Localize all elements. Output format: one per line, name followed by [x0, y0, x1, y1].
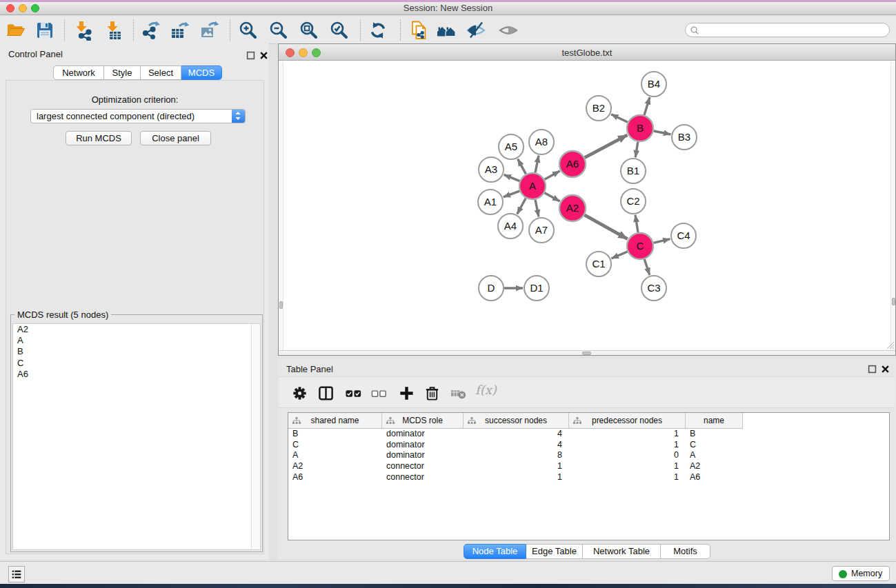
table-cell[interactable]: B	[686, 429, 743, 440]
right-scrollbar-thumb[interactable]	[892, 298, 895, 305]
bottom-scrollbar-track[interactable]	[279, 350, 895, 355]
table-options-gear-icon[interactable]	[289, 384, 310, 402]
node-C2[interactable]: C2	[621, 189, 646, 214]
column-header-name[interactable]: name	[686, 413, 743, 429]
result-item-a2[interactable]: A2	[13, 324, 260, 335]
edge-A-A6[interactable]	[545, 171, 560, 179]
export-table-icon[interactable]	[168, 19, 191, 42]
node-C1[interactable]: C1	[586, 252, 611, 276]
refresh-icon[interactable]	[366, 19, 390, 42]
close-table-panel-icon[interactable]	[881, 364, 890, 373]
edge-A-A3[interactable]	[504, 174, 520, 181]
table-cell[interactable]: B	[288, 429, 382, 440]
search-input[interactable]	[702, 24, 885, 36]
zoom-in-icon[interactable]	[237, 19, 260, 42]
table-cell[interactable]: A	[686, 450, 743, 461]
node-A7[interactable]: A7	[529, 218, 554, 243]
tab-mcds[interactable]: MCDS	[181, 65, 222, 80]
edge-B-B1[interactable]	[635, 142, 638, 158]
import-table-icon[interactable]	[102, 19, 126, 42]
hide-graphics-details-icon[interactable]	[464, 19, 488, 42]
node-A6[interactable]: A6	[559, 151, 586, 177]
edge-C-C3[interactable]	[644, 259, 650, 275]
float-panel-icon[interactable]	[246, 50, 255, 59]
memory-button[interactable]: Memory	[832, 566, 890, 581]
close-panel-icon[interactable]	[259, 50, 268, 59]
open-session-icon[interactable]	[4, 19, 28, 42]
node-B2[interactable]: B2	[586, 96, 611, 121]
node-B1[interactable]: B1	[621, 159, 646, 183]
node-A3[interactable]: A3	[479, 157, 504, 182]
column-header-shared-name[interactable]: shared name	[288, 413, 382, 429]
table-cell[interactable]: A6	[686, 472, 743, 483]
column-header-predecessor-nodes[interactable]: predecessor nodes	[569, 413, 686, 429]
save-session-icon[interactable]	[33, 19, 57, 42]
select-all-checkboxes-icon[interactable]	[343, 384, 364, 402]
edge-A6-B[interactable]	[585, 135, 628, 158]
tab-style[interactable]: Style	[104, 65, 141, 80]
table-cell[interactable]: A	[288, 450, 382, 461]
node-B[interactable]: B	[627, 115, 653, 141]
show-hide-eye-icon[interactable]	[497, 19, 520, 42]
export-network-icon[interactable]	[139, 19, 162, 42]
table-cell[interactable]: 1	[464, 472, 569, 483]
close-panel-button[interactable]: Close panel	[140, 131, 211, 145]
network-canvas[interactable]: B4B2BB3A5A8A6A3AB1A1C2A2A4A7C4CC1C3DD1	[279, 61, 895, 352]
right-scrollbar-track[interactable]	[890, 61, 895, 350]
new-network-from-selection-icon[interactable]	[408, 19, 431, 42]
table-row-a2[interactable]: A2connector11A2	[288, 461, 889, 472]
export-image-icon[interactable]	[197, 19, 221, 42]
node-A5[interactable]: A5	[499, 134, 524, 159]
table-cell[interactable]: A2	[686, 461, 743, 472]
result-list-scrollbar[interactable]	[251, 324, 260, 549]
import-network-icon[interactable]	[71, 19, 94, 42]
zoom-out-icon[interactable]	[267, 19, 290, 42]
table-cell[interactable]: connector	[382, 461, 464, 472]
result-item-a6[interactable]: A6	[13, 369, 260, 380]
edge-B-B2[interactable]	[611, 114, 628, 123]
edge-C-C1[interactable]	[611, 252, 627, 258]
node-A2[interactable]: A2	[559, 195, 586, 221]
table-row-c[interactable]: Cdominator41C	[288, 440, 889, 451]
column-header-MCDS-role[interactable]: MCDS role	[382, 413, 464, 429]
left-scrollbar-track[interactable]	[279, 61, 283, 350]
column-header-successor-nodes[interactable]: successor nodes	[464, 413, 569, 429]
result-item-b[interactable]: B	[13, 346, 260, 357]
open-cybrowser-icon[interactable]	[435, 19, 458, 42]
tab-network-table[interactable]: Network Table	[583, 544, 661, 559]
result-item-c[interactable]: C	[13, 358, 260, 369]
edge-A-A2[interactable]	[545, 193, 560, 201]
table-cell[interactable]: A6	[288, 472, 382, 483]
result-item-a[interactable]: A	[13, 335, 260, 346]
add-column-icon[interactable]	[396, 384, 417, 402]
show-columns-icon[interactable]	[315, 384, 336, 402]
tab-motifs[interactable]: Motifs	[661, 544, 710, 559]
edge-A-A4[interactable]	[517, 199, 526, 214]
node-C4[interactable]: C4	[671, 223, 696, 248]
criterion-select[interactable]: largest connected component (directed)	[30, 109, 246, 123]
network-window-titlebar[interactable]: testGlobe.txt	[279, 44, 895, 61]
edge-A2-C[interactable]	[584, 215, 627, 239]
tab-network[interactable]: Network	[53, 65, 104, 80]
tab-select[interactable]: Select	[141, 65, 181, 80]
table-cell[interactable]: 4	[464, 440, 569, 451]
table-cell[interactable]: 1	[569, 472, 686, 483]
table-cell[interactable]: 8	[464, 450, 569, 461]
delete-column-icon[interactable]	[421, 384, 442, 402]
tab-node-table[interactable]: Node Table	[464, 544, 526, 559]
zoom-fit-icon[interactable]	[297, 19, 321, 42]
table-cell[interactable]: 4	[464, 429, 569, 440]
table-cell[interactable]: dominator	[382, 450, 464, 461]
node-D[interactable]: D	[479, 276, 504, 301]
bottom-scrollbar-thumb[interactable]	[582, 352, 591, 355]
table-cell[interactable]: dominator	[382, 440, 464, 451]
edge-C-C2[interactable]	[635, 215, 638, 232]
edge-A-A1[interactable]	[504, 191, 520, 197]
table-cell[interactable]: 1	[464, 461, 569, 472]
table-cell[interactable]: dominator	[382, 429, 464, 440]
float-table-panel-icon[interactable]	[868, 364, 877, 373]
unselect-all-checkboxes-icon[interactable]	[368, 384, 389, 402]
node-A8[interactable]: A8	[529, 130, 554, 154]
run-mcds-button[interactable]: Run MCDS	[66, 131, 132, 145]
table-cell[interactable]: A2	[288, 461, 382, 472]
